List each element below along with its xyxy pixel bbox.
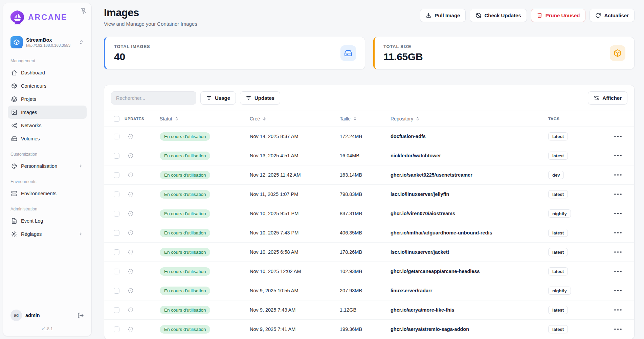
arrow-down-icon [262, 116, 267, 121]
environment-selector[interactable]: StreamBox http://192.168.0.163:3553 [8, 34, 87, 50]
hard-drive-icon [344, 49, 352, 57]
update-check-spinner-icon [128, 249, 134, 255]
filter-icon [206, 95, 212, 101]
column-size-sort[interactable]: Taille [340, 116, 391, 121]
table-row[interactable]: En cours d'utilisation Nov 10, 2025 6:58… [104, 243, 634, 262]
sidebar-section: Administration Event Log Réglages [8, 207, 87, 241]
table-row[interactable]: En cours d'utilisation Nov 10, 2025 9:51… [104, 204, 634, 223]
row-checkbox[interactable] [114, 249, 119, 255]
refresh-button[interactable]: Actualiser [590, 9, 635, 22]
row-menu-button[interactable] [613, 266, 623, 276]
sidebar-item-dashboard[interactable]: Dashboard [8, 66, 87, 79]
sidebar-item-networks[interactable]: Networks [8, 119, 87, 132]
row-menu-button[interactable] [613, 170, 623, 180]
row-checkbox[interactable] [114, 269, 119, 274]
column-size-label: Taille [340, 116, 351, 121]
size-cell: 172.24MB [340, 134, 391, 139]
image-icon [11, 109, 17, 115]
status-badge: En cours d'utilisation [160, 287, 210, 295]
table-row[interactable]: En cours d'utilisation Nov 9, 2025 7:41 … [104, 320, 634, 339]
column-repository-sort[interactable]: Repository [391, 116, 548, 121]
sidebar-item-r-glages[interactable]: Réglages [8, 227, 87, 241]
updates-filter-button[interactable]: Updates [240, 91, 280, 105]
sidebar-item-conteneurs[interactable]: Conteneurs [8, 79, 87, 92]
row-checkbox[interactable] [114, 134, 119, 139]
column-created-sort[interactable]: Créé [250, 116, 340, 121]
sidebar-item-volumes[interactable]: Volumes [8, 132, 87, 145]
trash-icon [537, 13, 542, 18]
row-menu-button[interactable] [613, 208, 623, 219]
size-cell: 207.93MB [340, 288, 391, 293]
row-checkbox[interactable] [114, 307, 119, 313]
sidebar-item-environnements[interactable]: Environnements [8, 187, 87, 200]
repository-cell: lscr.io/linuxserver/jackett [391, 249, 548, 255]
repository-cell: ghcr.io/aerya/more-like-this [391, 307, 548, 313]
column-status-sort[interactable]: Statut [160, 116, 250, 121]
box-icon [11, 83, 17, 89]
table-row[interactable]: En cours d'utilisation Nov 9, 2025 7:43 … [104, 300, 634, 320]
server-icon [11, 190, 17, 197]
prune-unused-button[interactable]: Prune Unused [531, 9, 586, 22]
row-menu-button[interactable] [613, 151, 623, 161]
row-checkbox[interactable] [114, 153, 119, 159]
row-checkbox[interactable] [114, 211, 119, 217]
stat-size-text: TOTAL SIZE 11.65GB [383, 44, 423, 63]
table-row[interactable]: En cours d'utilisation Nov 10, 2025 7:43… [104, 223, 634, 243]
harddrive-icon [11, 136, 17, 142]
created-cell: Nov 9, 2025 7:41 AM [250, 326, 340, 332]
stat-images-label: TOTAL IMAGES [114, 44, 150, 49]
table-row[interactable]: En cours d'utilisation Nov 9, 2025 10:55… [104, 281, 634, 300]
logout-icon[interactable] [77, 312, 84, 319]
tag-badge: latest [548, 325, 568, 333]
table-row[interactable]: En cours d'utilisation Nov 10, 2025 12:0… [104, 262, 634, 281]
tag-badge: latest [548, 229, 568, 237]
row-menu-button[interactable] [613, 131, 623, 141]
row-checkbox[interactable] [114, 288, 119, 294]
row-menu-button[interactable] [613, 228, 623, 238]
sidebar-item-projets[interactable]: Projets [8, 92, 87, 106]
repository-cell: ghcr.io/imthai/adguardhome-unbound-redis [391, 230, 548, 235]
repository-cell: ghcr.io/getarcaneapp/arcane-headless [391, 269, 548, 274]
sidebar-item-label: Images [21, 110, 37, 115]
row-menu-button[interactable] [613, 247, 623, 257]
user-row[interactable]: ad admin [8, 307, 87, 322]
row-menu-button[interactable] [613, 286, 623, 296]
row-checkbox[interactable] [114, 230, 119, 236]
sidebar-section: Management Dashboard Conteneurs Projets … [8, 59, 87, 145]
sidebar-item-event-log[interactable]: Event Log [8, 214, 87, 227]
tag-badge: dev [548, 171, 564, 179]
update-check-spinner-icon [128, 230, 134, 236]
sidebar-item-images[interactable]: Images [8, 106, 87, 119]
sidebar-item-label: Réglages [21, 231, 42, 237]
created-cell: Nov 10, 2025 9:51 PM [250, 211, 340, 216]
table-row[interactable]: En cours d'utilisation Nov 12, 2025 11:4… [104, 165, 634, 185]
search-input[interactable] [111, 91, 196, 105]
status-badge: En cours d'utilisation [160, 229, 210, 237]
select-all-checkbox[interactable] [114, 116, 119, 122]
stats-row: TOTAL IMAGES 40 TOTAL SIZE 11.65GB [104, 37, 635, 69]
row-checkbox[interactable] [114, 191, 119, 197]
stat-images-value: 40 [114, 51, 150, 63]
table-row[interactable]: En cours d'utilisation Nov 14, 2025 8:37… [104, 127, 634, 146]
sidebar-item-label: Projets [21, 96, 36, 102]
sidebar-item-label: Networks [21, 123, 41, 128]
usage-filter-button[interactable]: Usage [200, 91, 236, 105]
row-menu-button[interactable] [613, 324, 623, 334]
update-check-spinner-icon [128, 133, 134, 139]
page-title: Images [104, 7, 197, 19]
pin-sidebar-icon[interactable] [80, 7, 87, 14]
table-row[interactable]: En cours d'utilisation Nov 13, 2025 4:51… [104, 146, 634, 165]
table-row[interactable]: En cours d'utilisation Nov 11, 2025 1:07… [104, 185, 634, 204]
tag-badge: latest [548, 306, 568, 314]
display-options-button[interactable]: Afficher [588, 91, 627, 105]
row-checkbox[interactable] [114, 326, 119, 332]
size-cell: 16.04MB [340, 153, 391, 158]
sidebar-item-personnalisation[interactable]: Personnalisation [8, 159, 87, 173]
row-checkbox[interactable] [114, 172, 119, 178]
row-menu-button[interactable] [613, 305, 623, 315]
pull-image-button[interactable]: Pull Image [420, 9, 466, 22]
row-menu-button[interactable] [613, 189, 623, 199]
status-badge: En cours d'utilisation [160, 209, 210, 218]
status-badge: En cours d'utilisation [160, 306, 210, 314]
check-updates-button[interactable]: Check Updates [470, 9, 527, 22]
